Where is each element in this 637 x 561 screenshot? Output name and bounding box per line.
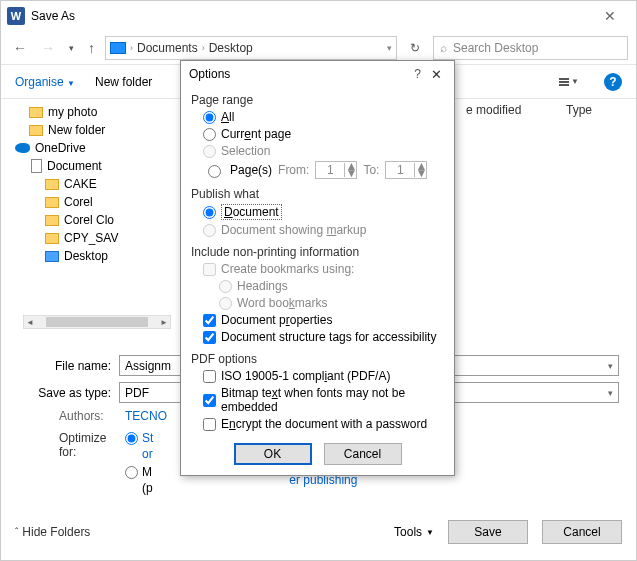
organise-menu[interactable]: Organise ▼ [15, 75, 75, 89]
from-spinner[interactable]: 1▲▼ [315, 161, 357, 179]
folder-icon [45, 251, 59, 262]
all-radio[interactable]: All [203, 110, 444, 124]
new-folder-button[interactable]: New folder [95, 75, 152, 89]
breadcrumb[interactable]: › Documents › Desktop ▾ [105, 36, 397, 60]
chevron-right-icon[interactable]: › [130, 43, 133, 53]
pages-radio[interactable]: Page(s) From: 1▲▼ To: 1▲▼ [203, 161, 444, 179]
folder-icon [29, 107, 43, 118]
tree-item[interactable]: OneDrive [15, 139, 173, 157]
pdf-options-label: PDF options [191, 352, 444, 366]
filename-label: File name: [15, 359, 111, 373]
ok-button[interactable]: OK [234, 443, 312, 465]
hide-folders-button[interactable]: ˆHide Folders [15, 525, 90, 539]
forward-icon: → [37, 38, 59, 58]
view-mode-button[interactable]: ▼ [554, 73, 584, 91]
tree-item[interactable]: my photo [29, 103, 173, 121]
help-icon[interactable]: ? [604, 73, 622, 91]
col-type[interactable]: Type [566, 103, 626, 117]
up-icon[interactable]: ↑ [84, 38, 99, 58]
options-dialog: Options ? ✕ Page range All Current page … [180, 60, 455, 476]
tree-item[interactable]: CPY_SAV [45, 229, 173, 247]
titlebar: W Save As ✕ [1, 1, 636, 31]
tools-menu[interactable]: Tools▼ [394, 525, 434, 539]
folder-icon [45, 179, 59, 190]
col-date[interactable]: e modified [466, 103, 566, 117]
tree-item[interactable]: Corel Clo [45, 211, 173, 229]
back-icon[interactable]: ← [9, 38, 31, 58]
encrypt-check[interactable]: Encrypt the document with a password [203, 417, 444, 431]
folder-tree: my photo New folder OneDrive Document CA… [1, 99, 173, 341]
cancel-button[interactable]: Cancel [542, 520, 622, 544]
document-icon [31, 159, 42, 173]
chevron-down-icon[interactable]: ▾ [608, 388, 613, 398]
folder-icon [45, 197, 59, 208]
tree-item[interactable]: CAKE [45, 175, 173, 193]
chevron-down-icon[interactable]: ▾ [387, 43, 392, 53]
optimize-standard-radio[interactable]: St [125, 431, 153, 445]
doc-properties-check[interactable]: Document properties [203, 313, 444, 327]
chevron-down-icon[interactable]: ▾ [608, 361, 613, 371]
document-markup-radio: Document showing markup [203, 223, 444, 237]
footer: ˆHide Folders Tools▼ Save Cancel [1, 514, 636, 550]
cancel-button[interactable]: Cancel [324, 443, 402, 465]
folder-icon [29, 125, 43, 136]
dialog-title: Options [189, 67, 408, 81]
tree-item[interactable]: Corel [45, 193, 173, 211]
include-label: Include non-printing information [191, 245, 444, 259]
tree-item[interactable]: Document [31, 157, 173, 175]
iso-check[interactable]: ISO 19005-1 compliant (PDF/A) [203, 369, 444, 383]
onedrive-icon [15, 143, 30, 153]
search-icon: ⌕ [440, 41, 447, 55]
doc-tags-check[interactable]: Document structure tags for accessibilit… [203, 330, 444, 344]
headings-radio: Headings [219, 279, 444, 293]
close-icon[interactable]: ✕ [427, 67, 446, 82]
to-spinner[interactable]: 1▲▼ [385, 161, 427, 179]
window-title: Save As [31, 9, 590, 23]
authors-value[interactable]: TECNO [125, 409, 167, 423]
crumb-desktop[interactable]: Desktop [209, 41, 253, 55]
word-icon: W [7, 7, 25, 25]
refresh-icon[interactable]: ↻ [403, 36, 427, 60]
publish-what-label: Publish what [191, 187, 444, 201]
folder-icon [45, 233, 59, 244]
chevron-right-icon[interactable]: › [202, 43, 205, 53]
search-input[interactable]: ⌕ Search Desktop [433, 36, 628, 60]
drive-icon [110, 42, 126, 54]
selection-radio: Selection [203, 144, 444, 158]
tree-item[interactable]: New folder [29, 121, 173, 139]
savetype-label: Save as type: [15, 386, 111, 400]
save-button[interactable]: Save [448, 520, 528, 544]
optimize-label: Optimize for: [59, 431, 119, 459]
optimize-minimum-radio[interactable]: M [125, 465, 153, 479]
close-icon[interactable]: ✕ [590, 8, 630, 24]
search-placeholder: Search Desktop [453, 41, 538, 55]
document-radio[interactable]: Document [203, 204, 444, 220]
bitmap-check[interactable]: Bitmap text when fonts may not be embedd… [203, 386, 444, 414]
word-bookmarks-radio: Word bookmarks [219, 296, 444, 310]
folder-icon [45, 215, 59, 226]
bookmarks-check: Create bookmarks using: [203, 262, 444, 276]
authors-label: Authors: [59, 409, 119, 423]
horizontal-scrollbar[interactable]: ◄► [23, 315, 171, 329]
crumb-documents[interactable]: Documents [137, 41, 198, 55]
tree-item-selected[interactable]: Desktop [45, 247, 173, 265]
chevron-down-icon[interactable]: ▾ [65, 41, 78, 55]
page-range-label: Page range [191, 93, 444, 107]
dialog-titlebar: Options ? ✕ [181, 61, 454, 87]
help-icon[interactable]: ? [408, 67, 427, 81]
current-page-radio[interactable]: Current page [203, 127, 444, 141]
